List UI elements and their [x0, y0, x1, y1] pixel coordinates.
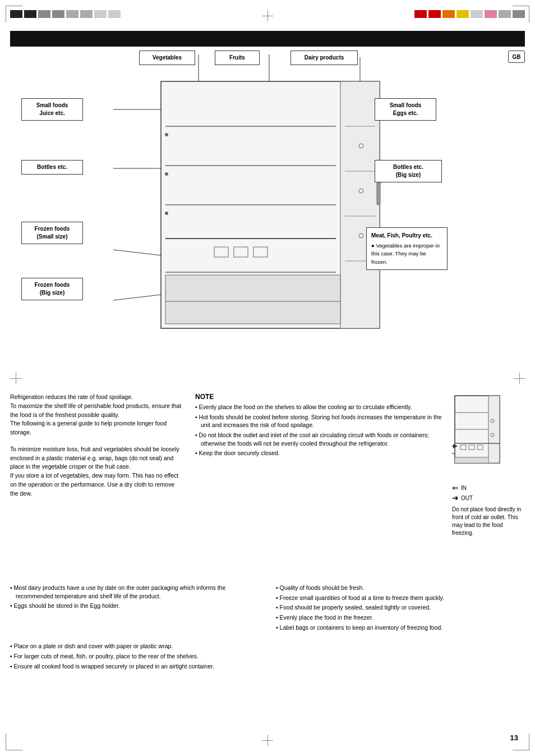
label-fruits: Fruits [215, 51, 260, 65]
meat-bullet-item: • Ensure all cooked food is wrapped secu… [10, 662, 259, 671]
in-label: IN [461, 485, 467, 491]
empty-col [276, 642, 525, 672]
top-bar-left [10, 10, 121, 18]
freeze-bullet-item: • Food should be properly sealed, sealed… [276, 603, 525, 612]
note-title: NOTE [195, 393, 445, 401]
freeze-bullet-item: • Freeze small quantities of food at a t… [276, 594, 525, 602]
label-meat: Meat, Fish, Poultry etc. ● Vegetables ar… [366, 227, 448, 270]
svg-point-15 [165, 133, 168, 136]
svg-rect-11 [214, 247, 228, 257]
meat-bullets-col: • Place on a plate or dish and cover wit… [10, 642, 259, 672]
dairy-bullet-item: • Eggs should be stored in the Egg holde… [10, 602, 259, 610]
label-frozen-big: Frozen foods(Big size) [21, 278, 83, 300]
svg-point-18 [359, 144, 363, 148]
para2: To minimize moisture loss, fruit and veg… [10, 445, 184, 498]
label-bottles-left: Bottles etc. [21, 160, 83, 175]
airflow-caption: Do not place food directly in front of c… [452, 506, 525, 537]
freeze-bullet-item: • Quality of foods should be fresh. [276, 584, 525, 592]
page-number: 13 [510, 734, 518, 742]
dairy-bullet-item: • Most dairy products have a use by date… [10, 584, 259, 600]
left-column: Refrigeration reduces the rate of food s… [10, 393, 184, 506]
label-frozen-small: Frozen foods(Small size) [21, 222, 83, 244]
out-label: OUT [461, 495, 473, 501]
freeze-bullet-item: • Label bags or containers to keep an in… [276, 624, 525, 632]
freeze-bullet-item: • Evenly place the food in the freezer. [276, 613, 525, 622]
svg-rect-36 [488, 396, 500, 463]
meat-bullet-item: • For larger cuts of meat, fish, or poul… [10, 652, 259, 661]
meat-bullet-item: • Place on a plate or dish and cover wit… [10, 642, 259, 650]
label-small-foods-juice: Small foodsJuice etc. [21, 98, 83, 121]
svg-rect-0 [161, 81, 380, 328]
dairy-bullets-col: • Most dairy products have a use by date… [10, 584, 259, 633]
svg-rect-41 [455, 457, 488, 463]
svg-rect-13 [253, 247, 268, 257]
freeze-bullets-col: • Quality of foods should be fresh.• Fre… [276, 584, 525, 633]
note-bullet-item: • Evenly place the food on the shelves t… [195, 403, 445, 411]
meat-note: ● Vegetables are improper in this case. … [371, 242, 442, 266]
note-bullet-item: • Keep the door securely closed. [195, 449, 445, 457]
header-bar [10, 31, 525, 47]
note-bullet-item: • Do not block the outlet and inlet of t… [195, 431, 445, 447]
label-dairy: Dairy products [290, 51, 358, 65]
svg-point-19 [359, 189, 363, 193]
svg-rect-21 [165, 275, 340, 324]
note-section: NOTE • Evenly place the food on the shel… [195, 393, 445, 537]
svg-line-29 [113, 295, 161, 300]
note-bullets: • Evenly place the food on the shelves t… [195, 403, 445, 457]
meat-title: Meat, Fish, Poultry etc. [371, 231, 442, 240]
crosshair-top [262, 10, 273, 21]
right-column: NOTE • Evenly place the food on the shel… [195, 393, 525, 537]
svg-rect-12 [234, 247, 248, 257]
svg-line-28 [113, 250, 161, 255]
diagram-svg [10, 48, 525, 379]
svg-point-16 [165, 172, 168, 176]
svg-rect-1 [340, 81, 380, 328]
corner-mark-bl [6, 734, 22, 750]
svg-point-20 [359, 233, 363, 238]
note-bullet-item: • Hot foods should be cooled before stor… [195, 413, 445, 429]
label-vegetables: Vegetables [139, 51, 195, 65]
crosshair-bottom [262, 735, 273, 746]
top-bar-right [414, 10, 525, 18]
bottom-sections: • Most dairy products have a use by date… [10, 584, 525, 672]
label-bottles-right: Bottles etc.(Big size) [375, 160, 442, 182]
airflow-legend: ⇐ IN ➜ OUT [452, 483, 525, 502]
diagram-area: Vegetables Fruits Dairy products Small f… [10, 48, 525, 379]
small-fridge-diagram: ⇐ IN ➜ OUT Do not place food directly in… [452, 393, 525, 537]
svg-point-17 [165, 212, 168, 215]
label-small-foods-eggs: Small foodsEggs etc. [375, 98, 436, 121]
para1: Refrigeration reduces the rate of food s… [10, 393, 184, 437]
